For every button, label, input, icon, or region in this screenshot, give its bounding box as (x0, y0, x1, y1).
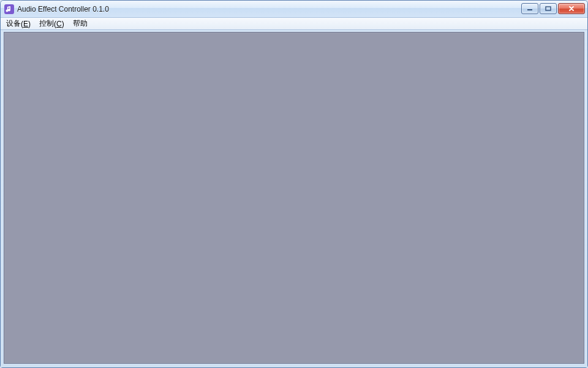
close-icon (568, 6, 575, 12)
close-button[interactable] (558, 3, 585, 14)
maximize-icon (545, 6, 551, 11)
window-controls (521, 3, 585, 14)
minimize-button[interactable] (521, 3, 538, 14)
menubar: 设备(E) 控制(C) 帮助 (1, 18, 587, 30)
window-title: Audio Effect Controller 0.1.0 (17, 5, 521, 13)
menu-mnemonic: (E) (21, 20, 31, 28)
svg-rect-1 (527, 9, 532, 10)
content-area (4, 32, 584, 364)
maximize-button[interactable] (540, 3, 557, 14)
titlebar[interactable]: Audio Effect Controller 0.1.0 (1, 1, 587, 18)
menu-control[interactable]: 控制(C) (35, 18, 69, 29)
menu-mnemonic: (C) (54, 20, 64, 28)
menu-help[interactable]: 帮助 (69, 18, 92, 29)
menu-label: 控制 (39, 18, 54, 29)
minimize-icon (527, 6, 533, 11)
app-note-icon (4, 4, 14, 14)
svg-rect-2 (546, 7, 551, 10)
app-window: Audio Effect Controller 0.1.0 设备(E) (0, 0, 588, 368)
menu-label: 设备 (6, 18, 21, 29)
content-frame (1, 30, 587, 367)
menu-label: 帮助 (73, 18, 88, 29)
menu-device[interactable]: 设备(E) (2, 18, 35, 29)
